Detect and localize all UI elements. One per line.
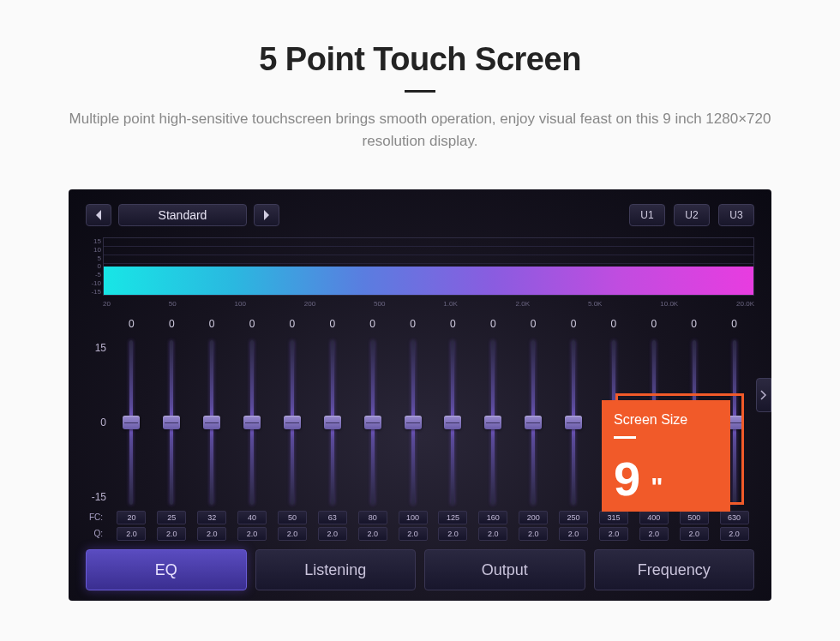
band-fc[interactable]: 400 (639, 511, 669, 524)
page-title: 5 Point Touch Screen (0, 41, 840, 78)
eq-band-40: 0402.0 (232, 318, 273, 541)
fc-label: FC: (89, 512, 103, 522)
band-slider[interactable] (491, 340, 495, 505)
band-fc[interactable]: 20 (117, 511, 146, 524)
spectrum-fill (104, 267, 753, 295)
band-fc[interactable]: 315 (599, 511, 628, 524)
preset-name[interactable]: Standard (118, 204, 247, 226)
slider-thumb[interactable] (284, 416, 301, 429)
user-preset-1[interactable]: U1 (629, 204, 665, 226)
band-q[interactable]: 2.0 (197, 527, 226, 541)
band-fc[interactable]: 63 (318, 511, 347, 524)
band-slider[interactable] (411, 340, 415, 505)
tab-output[interactable]: Output (424, 549, 585, 590)
slider-thumb[interactable] (243, 416, 261, 429)
band-q[interactable]: 2.0 (599, 527, 628, 541)
slider-thumb[interactable] (123, 416, 140, 429)
band-q[interactable]: 2.0 (559, 527, 588, 541)
band-fc[interactable]: 500 (680, 511, 709, 524)
eq-band-160: 01602.0 (473, 318, 513, 541)
band-q[interactable]: 2.0 (358, 527, 387, 541)
spectrum-y-tick: 5 (84, 255, 101, 262)
eq-band-80: 0802.0 (352, 318, 393, 541)
band-slider[interactable] (129, 340, 133, 505)
slider-thumb[interactable] (525, 416, 542, 429)
band-slider[interactable] (531, 340, 535, 505)
spectrum-x-tick: 2.0K (516, 300, 530, 308)
band-slider[interactable] (250, 340, 254, 505)
preset-next-button[interactable] (254, 204, 279, 226)
band-fc[interactable]: 200 (519, 511, 548, 524)
chevron-right-icon (760, 390, 767, 400)
slider-thumb[interactable] (405, 416, 422, 429)
band-fc[interactable]: 40 (237, 511, 267, 524)
band-slider[interactable] (451, 340, 454, 505)
band-value: 0 (490, 318, 496, 337)
band-slider[interactable] (210, 340, 213, 505)
band-value: 0 (129, 318, 135, 337)
band-value: 0 (611, 318, 617, 337)
tab-frequency[interactable]: Frequency (594, 549, 755, 590)
slider-thumb[interactable] (364, 416, 381, 429)
callout-unit: " (651, 472, 663, 501)
eq-band-25: 0252.0 (152, 318, 192, 541)
band-q[interactable]: 2.0 (399, 527, 428, 541)
eq-band-100: 01002.0 (393, 318, 433, 541)
band-q[interactable]: 2.0 (438, 527, 467, 541)
band-fc[interactable]: 50 (278, 511, 307, 524)
band-value: 0 (691, 318, 697, 337)
slider-thumb[interactable] (203, 416, 220, 429)
spectrum-display: 151050-5-10-15 20501002005001.0K2.0K5.0K… (103, 237, 754, 306)
spectrum-y-tick: -5 (84, 271, 101, 279)
band-value: 0 (329, 318, 335, 337)
page-subtitle: Multiple point high-sensitive touchscree… (69, 108, 771, 152)
band-fc[interactable]: 80 (358, 511, 387, 524)
spectrum-x-tick: 100 (235, 300, 246, 308)
band-value: 0 (249, 318, 255, 337)
band-slider[interactable] (572, 340, 575, 505)
spectrum-y-tick: 0 (84, 262, 101, 270)
band-q[interactable]: 2.0 (157, 527, 186, 541)
slider-thumb[interactable] (324, 416, 341, 429)
band-q[interactable]: 2.0 (680, 527, 709, 541)
slider-thumb[interactable] (163, 416, 180, 429)
band-slider[interactable] (170, 340, 173, 505)
user-preset-3[interactable]: U3 (718, 204, 754, 226)
band-q[interactable]: 2.0 (478, 527, 507, 541)
band-fc[interactable]: 630 (720, 511, 749, 524)
band-q[interactable]: 2.0 (278, 527, 307, 541)
eq-band-32: 0322.0 (192, 318, 232, 541)
eq-band-63: 0632.0 (312, 318, 352, 541)
band-value: 0 (169, 318, 175, 337)
expand-bands-button[interactable] (756, 378, 771, 412)
chevron-right-icon (262, 210, 271, 220)
band-fc[interactable]: 25 (157, 511, 186, 524)
band-q[interactable]: 2.0 (519, 527, 548, 541)
band-fc[interactable]: 100 (399, 511, 428, 524)
band-slider[interactable] (371, 340, 375, 505)
band-q[interactable]: 2.0 (237, 527, 267, 541)
eq-y-tick: 15 (86, 342, 106, 354)
band-fc[interactable]: 32 (197, 511, 226, 524)
band-fc[interactable]: 250 (559, 511, 588, 524)
spectrum-x-tick: 500 (374, 300, 385, 308)
callout-label: Screen Size (614, 412, 718, 428)
band-fc[interactable]: 125 (438, 511, 467, 524)
slider-thumb[interactable] (444, 416, 461, 429)
eq-y-tick: -15 (86, 491, 106, 503)
band-fc[interactable]: 160 (478, 511, 507, 524)
tab-eq[interactable]: EQ (86, 549, 247, 590)
band-q[interactable]: 2.0 (639, 527, 669, 541)
band-q[interactable]: 2.0 (117, 527, 146, 541)
band-value: 0 (369, 318, 375, 337)
slider-thumb[interactable] (484, 416, 501, 429)
band-value: 0 (290, 318, 296, 337)
slider-thumb[interactable] (565, 416, 582, 429)
user-preset-2[interactable]: U2 (674, 204, 710, 226)
preset-prev-button[interactable] (86, 204, 111, 226)
band-slider[interactable] (291, 340, 294, 505)
band-q[interactable]: 2.0 (318, 527, 347, 541)
tab-listening[interactable]: Listening (255, 549, 417, 590)
band-slider[interactable] (331, 340, 334, 505)
band-q[interactable]: 2.0 (720, 527, 749, 541)
